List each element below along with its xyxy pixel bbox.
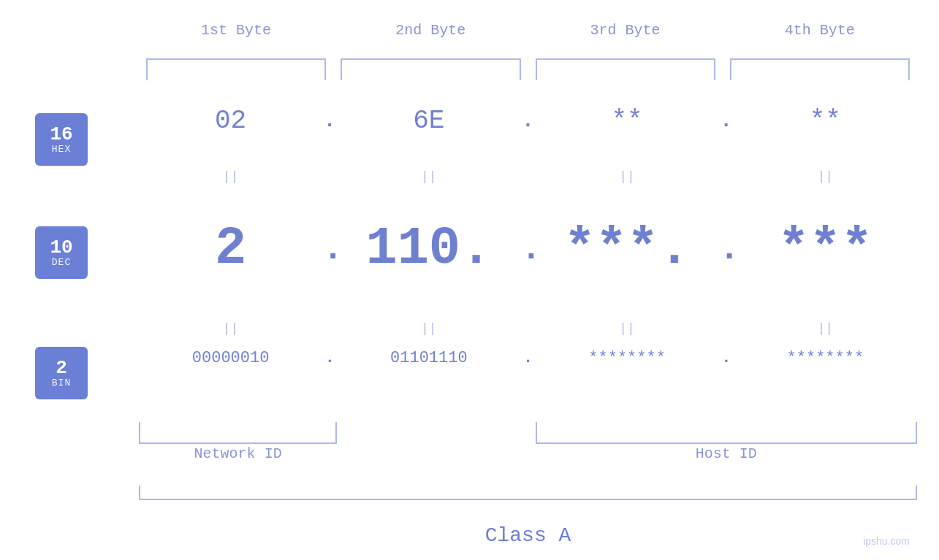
bracket-top-2 [341, 58, 520, 80]
hex-badge: 16 HEX [35, 113, 88, 166]
bracket-network [139, 422, 337, 444]
bin-cell-4: ******** [734, 349, 917, 367]
equals-row-1: || || || || [139, 169, 917, 184]
dec-row: 2 . 110. . ***. . *** [139, 219, 917, 279]
bin-row: 00000010 . 01101110 . ******** . *******… [139, 349, 917, 367]
hex-cell-2: 6E [337, 106, 520, 136]
bin-dot-1: . [322, 349, 337, 367]
col-header-2: 2nd Byte [333, 22, 528, 39]
hex-dot-1: . [322, 110, 337, 132]
bracket-top-3 [536, 58, 715, 80]
dec-cell-4: *** [734, 219, 917, 279]
dec-cell-2: 110. [337, 219, 520, 279]
dec-badge-label: DEC [52, 257, 71, 268]
main-container: 16 HEX 10 DEC 2 BIN 1st Byte 2nd Byte 3r… [0, 0, 939, 560]
eq2-3: || [536, 321, 719, 336]
host-id-label: Host ID [536, 445, 918, 462]
hex-row: 02 . 6E . ** . ** [139, 106, 917, 136]
bin-badge: 2 BIN [35, 347, 88, 399]
dec-cell-3: ***. [536, 219, 719, 279]
col-header-4: 4th Byte [723, 22, 917, 39]
bottom-brackets [139, 422, 917, 444]
col-header-3: 3rd Byte [528, 22, 723, 39]
eq2-4: || [734, 321, 917, 336]
column-headers: 1st Byte 2nd Byte 3rd Byte 4th Byte [139, 22, 917, 39]
hex-cell-3: ** [536, 106, 719, 136]
bracket-host [536, 422, 918, 444]
equals-row-2: || || || || [139, 321, 917, 336]
bin-cell-2: 01101110 [337, 349, 520, 367]
eq2-2: || [337, 321, 520, 336]
dec-dot-2: . [521, 229, 536, 269]
hex-dot-3: . [719, 110, 734, 132]
bin-cell-3: ******** [536, 349, 719, 367]
bracket-top-4 [730, 58, 910, 80]
network-id-label: Network ID [139, 445, 337, 462]
hex-cell-4: ** [734, 106, 917, 136]
eq1-2: || [337, 169, 520, 184]
eq1-4: || [734, 169, 917, 184]
watermark: ipshu.com [863, 535, 910, 547]
dec-dot-1: . [322, 229, 337, 269]
col-header-1: 1st Byte [139, 22, 333, 39]
hex-badge-number: 16 [50, 125, 72, 144]
bin-dot-2: . [521, 349, 536, 367]
eq2-1: || [139, 321, 322, 336]
class-label: Class A [139, 524, 917, 547]
top-brackets [139, 58, 917, 80]
bin-cell-1: 00000010 [139, 349, 322, 367]
dec-badge: 10 DEC [35, 226, 88, 279]
bin-badge-label: BIN [52, 377, 71, 388]
bin-dot-3: . [719, 349, 734, 367]
dec-cell-1: 2 [139, 219, 322, 279]
outer-bracket [139, 486, 917, 500]
hex-badge-label: HEX [52, 144, 71, 155]
eq1-1: || [139, 169, 322, 184]
eq1-3: || [536, 169, 719, 184]
bracket-top-1 [146, 58, 326, 80]
bin-badge-number: 2 [56, 358, 67, 377]
dec-badge-number: 10 [50, 238, 72, 257]
dec-dot-3: . [719, 229, 734, 269]
hex-dot-2: . [521, 110, 536, 132]
hex-cell-1: 02 [139, 106, 322, 136]
